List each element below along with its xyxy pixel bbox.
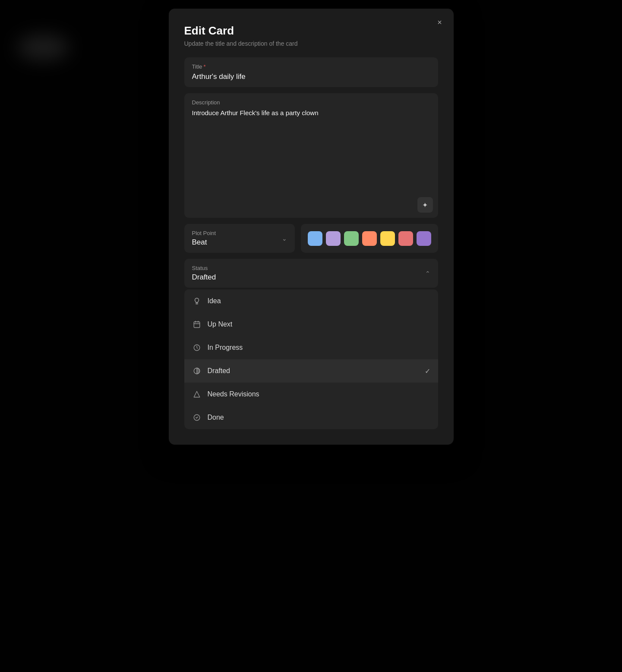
plot-point-value: Beat <box>192 238 216 247</box>
modal-subtitle: Update the title and description of the … <box>184 40 438 47</box>
status-label: Status <box>192 265 216 271</box>
calendar-icon <box>192 320 202 329</box>
status-option-in-progress[interactable]: In Progress <box>184 336 438 359</box>
done-label: Done <box>208 414 430 421</box>
in-progress-label: In Progress <box>208 344 430 352</box>
color-swatch-green[interactable] <box>344 231 359 246</box>
title-field-group: Title * <box>184 57 438 87</box>
status-dropdown[interactable]: Status Drafted ⌃ <box>184 259 438 288</box>
color-swatch-red[interactable] <box>398 231 413 246</box>
up-next-label: Up Next <box>208 320 430 328</box>
status-option-done[interactable]: Done <box>184 406 438 429</box>
description-field-group: Description Introduce Arthur Fleck's lif… <box>184 93 438 218</box>
chevron-up-icon: ⌃ <box>425 270 430 277</box>
plot-point-row: Plot Point Beat ⌄ <box>184 224 438 253</box>
needs-revisions-label: Needs Revisions <box>208 390 430 398</box>
status-options-list: Idea Up Next <box>184 289 438 429</box>
status-option-needs-revisions[interactable]: Needs Revisions <box>184 383 438 406</box>
required-indicator: * <box>204 63 206 70</box>
lightbulb-icon <box>192 296 202 306</box>
description-label: Description <box>192 99 430 106</box>
modal-title: Edit Card <box>184 24 438 38</box>
description-textarea[interactable]: Introduce Arthur Fleck's life as a party… <box>192 108 430 212</box>
edit-card-modal: × Edit Card Update the title and descrip… <box>169 9 454 445</box>
needs-revisions-icon <box>192 389 202 399</box>
status-value: Drafted <box>192 273 216 282</box>
drafted-icon <box>192 366 202 376</box>
chevron-down-icon: ⌄ <box>282 235 287 242</box>
svg-rect-1 <box>194 322 200 328</box>
title-input[interactable] <box>192 72 430 81</box>
color-swatch-orange[interactable] <box>362 231 377 246</box>
status-option-up-next[interactable]: Up Next <box>184 313 438 336</box>
plot-point-label: Plot Point <box>192 230 216 236</box>
idea-label: Idea <box>208 297 430 305</box>
title-label: Title * <box>192 63 430 70</box>
plot-point-dropdown[interactable]: Plot Point Beat ⌄ <box>184 224 295 253</box>
check-icon: ✓ <box>425 367 430 375</box>
color-swatch-purple[interactable] <box>326 231 341 246</box>
status-option-idea[interactable]: Idea <box>184 289 438 313</box>
color-swatch-violet[interactable] <box>417 231 431 246</box>
in-progress-icon <box>192 343 202 352</box>
status-option-drafted[interactable]: Drafted ✓ <box>184 359 438 383</box>
ai-enhance-button[interactable]: ✦ <box>417 197 433 213</box>
close-button[interactable]: × <box>434 16 446 28</box>
status-field-wrapper: Status Drafted ⌃ Idea <box>184 259 438 429</box>
color-swatches-container <box>301 224 438 253</box>
drafted-label: Drafted <box>208 367 419 375</box>
color-swatch-yellow[interactable] <box>380 231 395 246</box>
color-swatch-blue[interactable] <box>308 231 322 246</box>
done-icon <box>192 413 202 422</box>
